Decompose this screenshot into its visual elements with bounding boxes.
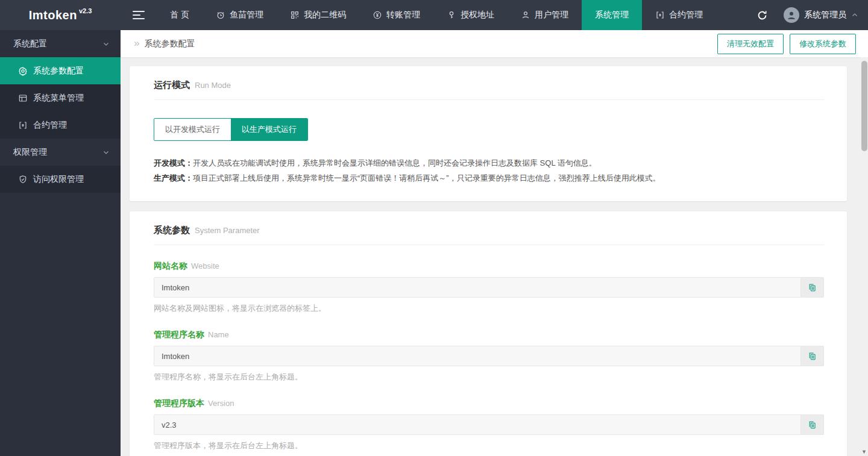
nav-item-my-qrcode[interactable]: 我的二维码 xyxy=(277,0,359,30)
copy-icon[interactable] xyxy=(801,346,824,366)
divider xyxy=(154,99,824,100)
shield-check-icon xyxy=(18,175,28,184)
clock-icon xyxy=(216,10,225,20)
chevron-down-icon xyxy=(102,149,110,156)
copy-icon[interactable] xyxy=(801,414,824,435)
main-nav: 首 页 鱼苗管理 我的二维码 转账管理 授权地址 用户管理 系统管理 合约管理 xyxy=(121,0,756,30)
nav-item-contract-management[interactable]: 合约管理 xyxy=(642,0,716,30)
sidebar: 系统配置 系统参数配置 系统菜单管理 合约管理 权限管理 访问权限管理 xyxy=(0,30,121,456)
run-mode-toggle: 以开发模式运行 以生产模式运行 xyxy=(154,118,308,141)
mode-descriptions: 开发模式：开发人员或在功能调试时使用，系统异常时会显示详细的错误信息，同时还会记… xyxy=(154,155,824,186)
prod-mode-button[interactable]: 以生产模式运行 xyxy=(231,119,307,140)
dev-mode-description: 开发模式：开发人员或在功能调试时使用，系统异常时会显示详细的错误信息，同时还会记… xyxy=(154,155,824,170)
card-title: 运行模式Run Mode xyxy=(154,80,824,91)
sidebar-item-contract-management[interactable]: 合约管理 xyxy=(0,111,121,139)
app-name: Imtoken xyxy=(29,8,77,22)
avatar xyxy=(784,7,799,23)
card-title: 系统参数System Parameter xyxy=(154,225,824,236)
admin-version-input[interactable] xyxy=(154,414,801,435)
prod-mode-description: 生产模式：项目正式部署上线后使用，系统异常时统一显示“页面错误！请稍后再试～”，… xyxy=(154,170,824,186)
clean-invalid-config-button[interactable]: 清理无效配置 xyxy=(717,34,784,54)
copy-icon[interactable] xyxy=(801,277,824,298)
edit-system-params-button[interactable]: 修改系统参数 xyxy=(790,34,856,54)
collapse-menu-icon[interactable] xyxy=(121,0,157,30)
dev-mode-button[interactable]: 以开发模式运行 xyxy=(154,119,231,140)
user-menu[interactable]: 系统管理员 xyxy=(784,7,858,23)
content-scrollbar[interactable]: ▼ xyxy=(860,57,868,456)
breadcrumb-current: 系统参数配置 xyxy=(144,39,195,49)
refresh-icon[interactable] xyxy=(756,10,768,21)
field-website: 网站名称Website 网站名称及网站图标，将显示在浏览器的标签上。 xyxy=(154,261,824,314)
admin-name-input[interactable] xyxy=(154,346,801,366)
page-actions: 清理无效配置 修改系统参数 xyxy=(717,34,856,54)
sidebar-group-system-config[interactable]: 系统配置 xyxy=(0,30,121,57)
field-admin-version: 管理程序版本Version 管理程序版本，将显示在后台左上角标题。 xyxy=(154,398,824,451)
chevron-down-icon xyxy=(102,40,110,48)
qrcode-icon xyxy=(290,10,300,20)
gear-icon xyxy=(18,66,28,76)
app-logo: Imtoken v2.3 xyxy=(0,0,121,30)
app-version: v2.3 xyxy=(79,7,92,14)
website-input[interactable] xyxy=(154,277,801,298)
contract-icon xyxy=(655,10,665,20)
breadcrumb-chevrons-icon: » xyxy=(134,38,139,48)
window-icon xyxy=(18,93,28,103)
chevron-up-icon xyxy=(851,11,858,19)
contract-icon xyxy=(18,120,28,130)
sidebar-group-permission-management[interactable]: 权限管理 xyxy=(0,139,121,166)
nav-item-user-management[interactable]: 用户管理 xyxy=(508,0,582,30)
sidebar-item-access-permission-management[interactable]: 访问权限管理 xyxy=(0,166,121,193)
divider xyxy=(154,245,824,245)
nav-item-system-management[interactable]: 系统管理 xyxy=(582,0,642,30)
nav-item-home[interactable]: 首 页 xyxy=(157,0,203,30)
content-area: 运行模式Run Mode 以开发模式运行 以生产模式运行 开发模式：开发人员或在… xyxy=(121,57,868,456)
topbar-right: 系统管理员 xyxy=(756,0,868,30)
user-name: 系统管理员 xyxy=(804,10,846,20)
scrollbar-thumb[interactable] xyxy=(861,61,867,151)
field-admin-name: 管理程序名称Name 管理程序名称，将显示在后台左上角标题。 xyxy=(154,330,824,383)
breadcrumb: » 系统参数配置 xyxy=(134,39,195,49)
key-icon xyxy=(447,10,456,20)
user-icon xyxy=(521,10,530,20)
run-mode-card: 运行模式Run Mode 以开发模式运行 以生产模式运行 开发模式：开发人员或在… xyxy=(130,66,847,201)
yen-circle-icon xyxy=(373,10,382,20)
scrollbar-down-arrow-icon[interactable]: ▼ xyxy=(860,449,868,455)
sidebar-item-system-parameter-config[interactable]: 系统参数配置 xyxy=(0,57,121,84)
system-parameter-card: 系统参数System Parameter 网站名称Website 网站名称及网站… xyxy=(130,211,847,456)
nav-item-authorized-address[interactable]: 授权地址 xyxy=(433,0,508,30)
top-navbar: Imtoken v2.3 首 页 鱼苗管理 我的二维码 转账管理 授权地址 用户… xyxy=(0,0,868,30)
nav-item-transfer-management[interactable]: 转账管理 xyxy=(359,0,433,30)
nav-item-fry-management[interactable]: 鱼苗管理 xyxy=(203,0,277,30)
sidebar-item-system-menu-management[interactable]: 系统菜单管理 xyxy=(0,84,121,111)
breadcrumb-bar: » 系统参数配置 清理无效配置 修改系统参数 xyxy=(121,30,868,57)
